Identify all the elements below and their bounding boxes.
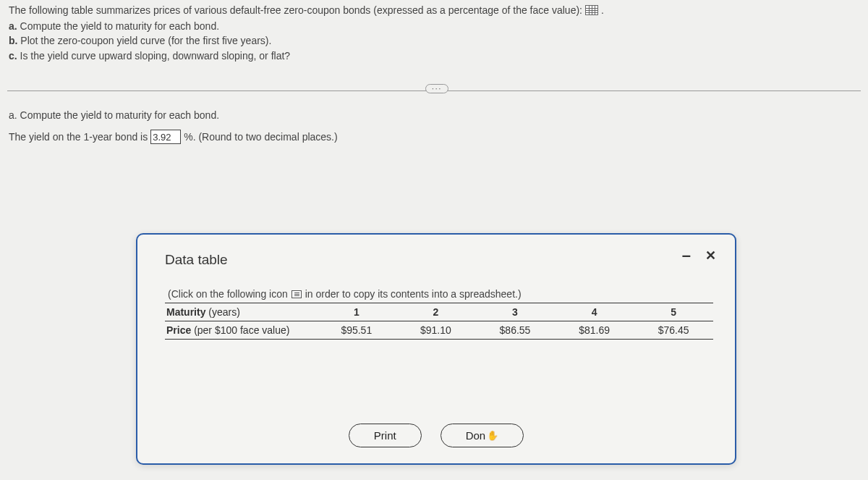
price-2: $91.10 [396,321,476,339]
answer-section: a. Compute the yield to maturity for eac… [0,98,868,144]
price-4: $81.69 [555,321,634,339]
answer-entry-row: The yield on the 1-year bond is %. (Roun… [9,130,861,144]
price-5: $76.45 [634,321,713,339]
minimize-icon[interactable]: – [682,253,691,259]
maturity-4: 4 [555,303,634,321]
copy-hint-post: in order to copy its contents into a spr… [305,288,522,300]
done-button[interactable]: Don✋ [441,424,524,447]
copy-hint-pre: (Click on the following icon [168,288,288,300]
answer-heading-prefix: a. [9,109,17,121]
part-a: a. Compute the yield to maturity for eac… [9,19,861,33]
cursor-icon: ✋ [487,430,498,441]
maturity-label-paren: (years) [205,306,239,318]
intro-text: The following table summarizes prices of… [9,4,582,16]
maturity-label: Maturity (years) [165,303,317,321]
print-button-label: Print [374,429,396,442]
table-row: Price (per $100 face value) $95.51 $91.1… [165,321,713,340]
modal-title: Data table [165,252,719,268]
answer-post-text: %. (Round to two decimal places.) [184,131,337,143]
part-a-text: Compute the yield to maturity for each b… [20,20,219,32]
part-b-text: Plot the zero-coupon yield curve (for th… [20,35,271,46]
price-table: Maturity (years) 1 2 3 4 5 Price (per $1… [165,303,713,340]
problem-statement: The following table summarizes prices of… [0,0,868,70]
done-button-label: Don [466,429,486,442]
table-icon[interactable] [585,5,598,15]
copy-hint: (Click on the following icon in order to… [165,288,713,303]
section-divider: ··· [0,83,868,98]
price-label-paren: (per $100 face value) [191,324,289,336]
maturity-5: 5 [634,303,713,321]
maturity-1: 1 [317,303,396,321]
period: . [601,4,604,16]
yield-input[interactable] [150,130,181,144]
answer-pre-text: The yield on the 1-year bond is [9,131,148,143]
table-row: Maturity (years) 1 2 3 4 5 [165,303,713,321]
print-button[interactable]: Print [349,424,422,447]
price-1: $95.51 [317,321,396,339]
close-icon[interactable]: ✕ [705,248,716,264]
modal-window-controls: – ✕ [682,248,716,264]
answer-heading-text: Compute the yield to maturity for each b… [20,109,219,121]
price-label-bold: Price [166,324,191,336]
modal-buttons: Print Don✋ [137,424,735,447]
intro-line: The following table summarizes prices of… [9,4,861,16]
answer-heading: a. Compute the yield to maturity for eac… [9,108,861,122]
price-3: $86.55 [475,321,555,339]
maturity-label-bold: Maturity [166,306,205,318]
copy-spreadsheet-icon[interactable] [292,290,302,298]
expand-ellipsis-button[interactable]: ··· [425,84,448,93]
maturity-3: 3 [475,303,555,321]
maturity-2: 2 [396,303,476,321]
part-b: b. Plot the zero-coupon yield curve (for… [9,33,861,48]
part-c-text: Is the yield curve upward sloping, downw… [20,50,291,62]
data-table-modal: – ✕ Data table (Click on the following i… [136,233,736,465]
part-c: c. Is the yield curve upward sloping, do… [9,49,861,63]
price-label: Price (per $100 face value) [165,321,317,339]
